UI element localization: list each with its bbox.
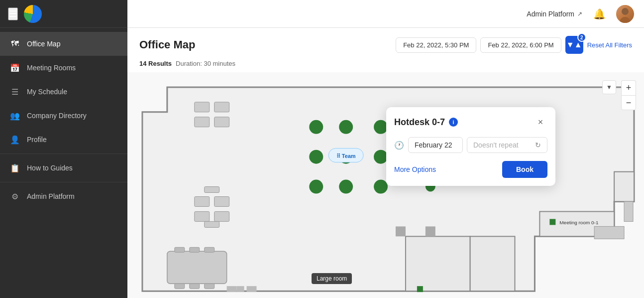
book-button[interactable]: Book (502, 161, 547, 178)
zoom-controls: + − (621, 80, 636, 110)
admin-platform-link[interactable]: Admin Platform ↗ (527, 10, 582, 18)
zoom-in-button[interactable]: + (621, 80, 636, 95)
my-schedule-icon: ☰ (10, 87, 20, 97)
svg-rect-11 (215, 211, 229, 221)
svg-rect-41 (237, 286, 244, 292)
svg-rect-6 (195, 117, 210, 127)
nav-divider-2 (0, 182, 127, 182)
svg-rect-18 (175, 284, 185, 289)
svg-rect-39 (426, 226, 435, 236)
svg-point-22 (339, 120, 353, 134)
hotdesk-popup: Hotdesk 0-7 i × 🕐 February 22 Doesn't re… (386, 107, 555, 186)
profile-icon: 👤 (10, 135, 20, 145)
svg-rect-0 (406, 236, 470, 291)
sidebar-item-label: Admin Platform (27, 192, 75, 200)
chevron-down-icon: ▼ (606, 84, 612, 91)
map-container[interactable]: ⠿ Team Meeting room 0-1 Large room (127, 72, 644, 298)
company-directory-icon: 👥 (10, 111, 20, 121)
date-end-button[interactable]: Feb 22, 2022, 6:00 PM (480, 37, 561, 53)
sidebar-item-office-map[interactable]: 🗺 Office Map (0, 32, 127, 56)
svg-point-26 (374, 150, 388, 164)
sidebar: ☰ 🗺 Office Map 📅 Meeting Rooms ☰ My Sche… (0, 0, 127, 298)
sidebar-item-label: Meeting Rooms (27, 64, 76, 72)
repeat-icon: ↻ (535, 141, 541, 149)
sidebar-item-my-schedule[interactable]: ☰ My Schedule (0, 80, 127, 104)
svg-rect-35 (549, 219, 555, 225)
office-map-icon: 🗺 (10, 39, 20, 49)
sidebar-item-how-to-guides[interactable]: 📋 How to Guides (0, 156, 127, 180)
svg-rect-15 (175, 247, 185, 252)
sidebar-item-label: Office Map (27, 40, 60, 48)
date-row: 🕐 February 22 Doesn't repeat ↻ (394, 137, 547, 153)
popup-title: Hotdesk 0-7 i (394, 117, 458, 128)
sidebar-item-admin-platform[interactable]: ⚙ Admin Platform (0, 184, 127, 208)
external-link-icon: ↗ (577, 10, 582, 17)
bell-icon: 🔔 (593, 8, 606, 20)
avatar-image (616, 5, 634, 23)
svg-rect-19 (190, 284, 200, 289)
svg-point-24 (309, 150, 323, 164)
svg-rect-9 (215, 197, 229, 207)
header-right: Feb 22, 2022, 5:30 PM Feb 22, 2022, 6:00… (396, 36, 632, 54)
svg-rect-14 (167, 251, 227, 284)
date-start-button[interactable]: Feb 22, 2022, 5:30 PM (396, 37, 476, 53)
admin-platform-label: Admin Platform (527, 10, 574, 18)
popup-body: 🕐 February 22 Doesn't repeat ↻ More Opti… (386, 134, 555, 186)
sidebar-item-label: My Schedule (27, 88, 67, 96)
popup-title-text: Hotdesk 0-7 (394, 117, 445, 128)
date-field[interactable]: February 22 (408, 137, 463, 153)
info-icon[interactable]: i (449, 118, 458, 127)
svg-rect-8 (195, 197, 210, 207)
svg-rect-12 (205, 187, 219, 193)
main-content: Admin Platform ↗ 🔔 Office Map Feb 22, 20… (127, 0, 644, 298)
svg-rect-16 (190, 247, 200, 252)
svg-rect-5 (215, 102, 229, 112)
svg-rect-44 (624, 201, 633, 221)
more-options-button[interactable]: More Options (394, 165, 436, 173)
sub-header: 14 Results Duration: 30 minutes (127, 58, 644, 72)
page-header: Office Map Feb 22, 2022, 5:30 PM Feb 22,… (127, 28, 644, 58)
svg-rect-42 (247, 286, 257, 292)
results-count: 14 Results (139, 60, 172, 67)
svg-point-29 (374, 180, 388, 194)
svg-rect-37 (417, 286, 423, 292)
svg-rect-13 (205, 221, 219, 227)
svg-point-21 (309, 120, 323, 134)
svg-rect-1 (470, 236, 515, 291)
reset-filters-button[interactable]: Reset All Filters (587, 41, 632, 49)
meeting-rooms-icon: 📅 (10, 63, 20, 73)
nav-divider (0, 153, 127, 154)
svg-rect-2 (614, 172, 634, 202)
app-logo (24, 5, 42, 23)
sidebar-item-label: Company Directory (27, 112, 87, 120)
sidebar-header: ☰ (0, 0, 127, 28)
svg-rect-40 (227, 286, 237, 292)
sidebar-item-meeting-rooms[interactable]: 📅 Meeting Rooms (0, 56, 127, 80)
svg-rect-7 (215, 117, 229, 127)
large-room-label: Large room (312, 273, 352, 284)
svg-rect-10 (195, 211, 210, 221)
svg-rect-4 (195, 102, 210, 112)
svg-text:Meeting room 0-1: Meeting room 0-1 (559, 220, 599, 225)
sidebar-item-profile[interactable]: 👤 Profile (0, 128, 127, 151)
hamburger-button[interactable]: ☰ (8, 7, 18, 20)
close-button[interactable]: × (534, 115, 547, 129)
view-dropdown-button[interactable]: ▼ (602, 80, 616, 94)
filter-badge: 2 (577, 33, 586, 42)
user-avatar[interactable] (616, 5, 634, 23)
repeat-field[interactable]: Doesn't repeat ↻ (467, 137, 547, 153)
duration-label: Duration: 30 minutes (176, 60, 235, 67)
popup-header: Hotdesk 0-7 i × (386, 107, 555, 134)
svg-text:⠿ Team: ⠿ Team (336, 153, 356, 159)
svg-rect-38 (396, 226, 406, 236)
notifications-button[interactable]: 🔔 (590, 5, 608, 23)
date-field-value: February 22 (415, 141, 452, 149)
zoom-out-button[interactable]: − (621, 95, 636, 110)
topbar: Admin Platform ↗ 🔔 (127, 0, 644, 28)
filter-button[interactable]: ▼▲ 2 (565, 36, 583, 54)
svg-rect-17 (205, 247, 215, 252)
sidebar-item-company-directory[interactable]: 👥 Company Directory (0, 104, 127, 128)
svg-point-28 (339, 180, 353, 194)
svg-rect-43 (594, 226, 624, 239)
page-title: Office Map (139, 38, 195, 51)
